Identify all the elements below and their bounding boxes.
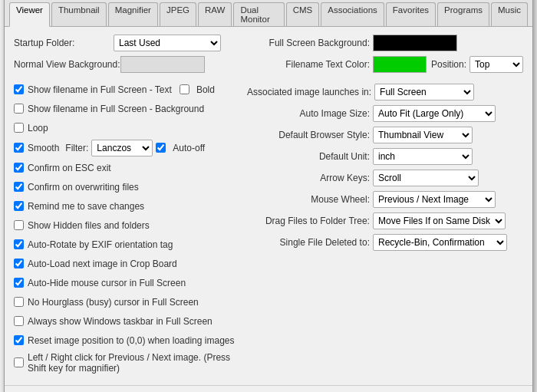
confirm-esc-row: Confirm on ESC exit xyxy=(14,160,239,176)
auto-rotate-row: Auto-Rotate by EXIF orientation tag xyxy=(14,237,239,252)
auto-image-size-select[interactable]: Auto Fit (Large Only) Auto Fit Do Not Au… xyxy=(373,105,496,122)
auto-rotate-label: Auto-Rotate by EXIF orientation tag xyxy=(28,239,173,250)
default-browser-style-select[interactable]: Thumbnail View List View xyxy=(373,127,473,143)
tab-cms[interactable]: CMS xyxy=(286,2,320,26)
confirm-overwrite-row: Confirm on overwriting files xyxy=(14,180,239,195)
tab-magnifier[interactable]: Magnifier xyxy=(108,2,158,26)
default-unit-select[interactable]: inch cm pixel xyxy=(373,148,473,165)
show-filename-text-checkbox[interactable] xyxy=(14,84,24,94)
bottom-bar: Reset OK Cancel xyxy=(5,385,532,393)
mouse-wheel-row: Mouse Wheel: Previous / Next Image Zoom … xyxy=(247,191,523,208)
confirm-overwrite-checkbox[interactable] xyxy=(14,182,24,192)
fullscreen-bg-row: Full Screen Background: xyxy=(247,35,523,51)
loop-label: Loop xyxy=(28,123,48,133)
no-hourglass-checkbox[interactable] xyxy=(14,297,24,307)
bold-checkbox[interactable] xyxy=(180,84,189,94)
arrow-keys-row: Arrow Keys: Scroll Next/Previous Image xyxy=(247,170,523,186)
position-select[interactable]: Top Bottom xyxy=(469,56,523,73)
no-hourglass-label: No Hourglass (busy) cursor in Full Scree… xyxy=(28,297,199,308)
mouse-wheel-select[interactable]: Previous / Next Image Zoom Scroll xyxy=(373,191,496,208)
normal-view-bg-label: Normal View Background: xyxy=(14,59,120,70)
bold-label: Bold xyxy=(196,84,215,95)
auto-off-label: Auto-off xyxy=(173,143,205,153)
auto-off-checkbox[interactable] xyxy=(156,143,166,153)
tab-music[interactable]: Music xyxy=(491,2,528,26)
auto-hide-mouse-row: Auto-Hide mouse cursor in Full Screen xyxy=(14,275,239,291)
taskbar-row: Always show Windows taskbar in Full Scre… xyxy=(14,314,239,329)
show-filename-text-row: Show filename in Full Screen - Text Bold xyxy=(14,82,239,97)
associated-image-row: Associated image launches in: Full Scree… xyxy=(247,84,523,100)
tab-jpeg[interactable]: JPEG xyxy=(160,2,196,26)
tab-bar: Viewer Thumbnail Magnifier JPEG RAW Dual… xyxy=(5,0,532,27)
show-hidden-row: Show Hidden files and folders xyxy=(14,218,239,233)
drag-files-select[interactable]: Move Files If on Same Disk Copy Files As… xyxy=(373,212,506,229)
filename-color-label: Filename Text Color: xyxy=(247,59,370,70)
right-column: Full Screen Background: Filename Text Co… xyxy=(247,35,523,377)
main-columns: Startup Folder: Last Used Normal View Ba… xyxy=(14,35,523,377)
left-right-click-row: Left / Right click for Previous / Next i… xyxy=(14,352,239,374)
show-filename-bg-checkbox[interactable] xyxy=(14,104,24,114)
default-browser-style-row: Default Browser Style: Thumbnail View Li… xyxy=(247,127,523,143)
arrow-keys-select[interactable]: Scroll Next/Previous Image xyxy=(373,170,479,186)
auto-load-crop-row: Auto-Load next image in Crop Board xyxy=(14,256,239,272)
show-filename-bg-row: Show filename in Full Screen - Backgroun… xyxy=(14,101,239,117)
drag-files-row: Drag Files to Folder Tree: Move Files If… xyxy=(247,212,523,229)
settings-window: Settings ✕ Viewer Thumbnail Magnifier JP… xyxy=(4,0,533,392)
reset-pos-row: Reset image position to (0,0) when loadi… xyxy=(14,333,239,348)
tab-dual-monitor[interactable]: Dual Monitor xyxy=(233,2,284,26)
show-hidden-label: Show Hidden files and folders xyxy=(28,220,150,231)
normal-view-bg-swatch[interactable] xyxy=(120,56,205,73)
filename-color-swatch[interactable] xyxy=(373,56,427,73)
left-right-click-label: Left / Right click for Previous / Next i… xyxy=(28,352,239,374)
default-unit-row: Default Unit: inch cm pixel xyxy=(247,148,523,165)
reset-pos-checkbox[interactable] xyxy=(14,335,24,345)
smooth-checkbox[interactable] xyxy=(14,143,24,153)
taskbar-checkbox[interactable] xyxy=(14,316,24,326)
remind-save-row: Remind me to save changes xyxy=(14,199,239,214)
auto-load-crop-checkbox[interactable] xyxy=(14,259,24,268)
associated-image-label: Associated image launches in: xyxy=(247,87,371,97)
left-right-click-checkbox[interactable] xyxy=(14,357,24,367)
normal-view-bg-row: Normal View Background: xyxy=(14,56,239,73)
content-area: Startup Folder: Last Used Normal View Ba… xyxy=(5,27,532,385)
single-file-deleted-row: Single File Deleted to: Recycle-Bin, Con… xyxy=(247,234,523,251)
arrow-keys-label: Arrow Keys: xyxy=(247,173,370,183)
tab-viewer[interactable]: Viewer xyxy=(9,2,50,27)
auto-image-size-label: Auto Image Size: xyxy=(247,108,370,119)
auto-hide-mouse-label: Auto-Hide mouse cursor in Full Screen xyxy=(28,278,186,288)
tab-favorites[interactable]: Favorites xyxy=(386,2,436,26)
tab-programs[interactable]: Programs xyxy=(437,2,489,26)
auto-hide-mouse-checkbox[interactable] xyxy=(14,278,24,288)
startup-folder-row: Startup Folder: Last Used xyxy=(14,35,239,51)
tab-raw[interactable]: RAW xyxy=(198,2,232,26)
show-filename-bg-label: Show filename in Full Screen - Backgroun… xyxy=(28,104,204,114)
fullscreen-bg-swatch[interactable] xyxy=(373,35,457,51)
remind-save-checkbox[interactable] xyxy=(14,201,24,211)
single-file-deleted-select[interactable]: Recycle-Bin, Confirmation Recycle-Bin De… xyxy=(373,234,507,251)
smooth-label: Smooth xyxy=(28,143,59,153)
remind-save-label: Remind me to save changes xyxy=(28,201,144,212)
show-filename-text-label: Show filename in Full Screen - Text xyxy=(28,84,172,95)
tab-thumbnail[interactable]: Thumbnail xyxy=(51,2,107,26)
default-browser-style-label: Default Browser Style: xyxy=(247,130,370,140)
filename-color-row: Filename Text Color: Position: Top Botto… xyxy=(247,56,523,73)
filter-label: Filter: xyxy=(65,143,88,153)
filter-select[interactable]: Lanczos xyxy=(91,140,153,156)
drag-files-label: Drag Files to Folder Tree: xyxy=(247,216,370,226)
auto-rotate-checkbox[interactable] xyxy=(14,239,24,249)
confirm-esc-checkbox[interactable] xyxy=(14,163,24,173)
auto-image-size-row: Auto Image Size: Auto Fit (Large Only) A… xyxy=(247,105,523,122)
left-column: Startup Folder: Last Used Normal View Ba… xyxy=(14,35,239,377)
auto-load-crop-label: Auto-Load next image in Crop Board xyxy=(28,259,177,269)
tab-associations[interactable]: Associations xyxy=(321,2,384,26)
reset-pos-label: Reset image position to (0,0) when loadi… xyxy=(28,335,234,346)
taskbar-label: Always show Windows taskbar in Full Scre… xyxy=(28,316,212,327)
startup-folder-label: Startup Folder: xyxy=(14,38,114,48)
startup-folder-select[interactable]: Last Used xyxy=(114,35,221,51)
loop-row: Loop xyxy=(14,120,239,136)
single-file-deleted-label: Single File Deleted to: xyxy=(247,237,370,248)
associated-image-select[interactable]: Full Screen Windowed xyxy=(374,84,474,100)
loop-checkbox[interactable] xyxy=(14,123,24,133)
show-hidden-checkbox[interactable] xyxy=(14,220,24,230)
confirm-esc-label: Confirm on ESC exit xyxy=(28,163,111,173)
